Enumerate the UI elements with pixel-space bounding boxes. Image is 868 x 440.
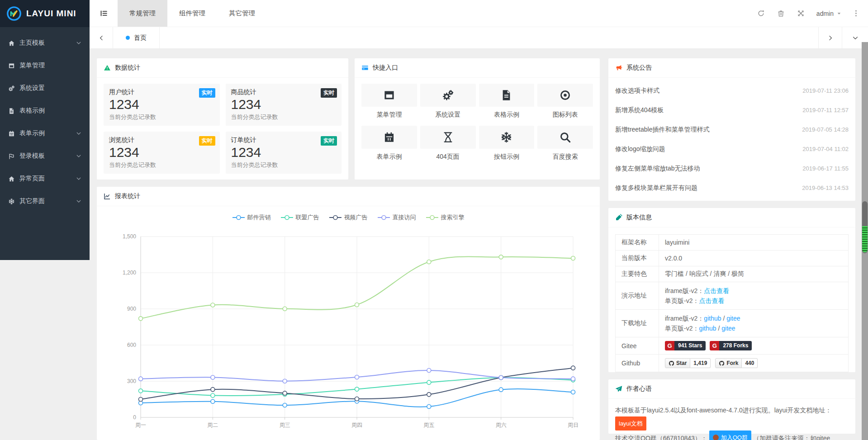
github-button-text: Star	[676, 360, 687, 366]
module-tab-常规管理[interactable]: 常规管理	[118, 0, 167, 27]
calendar-icon	[8, 130, 15, 137]
sidebar-item-异常页面[interactable]: 异常页面	[0, 167, 90, 190]
announcement-date: 2019-06-17 11:55	[802, 165, 849, 172]
flag-icon	[8, 153, 15, 160]
quick-entry-百度搜索[interactable]: 百度搜索	[537, 126, 593, 168]
link-prefix: iframe版-v2：	[665, 315, 704, 322]
data-point	[571, 377, 575, 381]
author-line1: 本模板基于layui2.5.4以及font-awesome-4.7.0进行实现。…	[615, 404, 849, 416]
quick-entry-系统设置[interactable]: 系统设置	[420, 84, 476, 126]
quick-entry-label: 系统设置	[420, 111, 476, 119]
announcement-item[interactable]: 修复多模块菜单栏展开有问题2019-06-13 14:53	[608, 178, 855, 198]
tab-scroll-left-button[interactable]	[90, 27, 113, 48]
tab-home[interactable]: 首页	[113, 27, 160, 48]
sidebar-item-主页模板[interactable]: 主页模板	[0, 32, 90, 54]
logo: LAYUI MINI	[0, 0, 90, 27]
quick-entry-label: 表单示例	[361, 153, 417, 161]
sidebar-item-表格示例[interactable]: 表格示例	[0, 99, 90, 122]
version-row-value: iframe版-v2：github / gitee单页版-v2：github /…	[659, 310, 849, 337]
announcements-title: 系统公告	[626, 64, 652, 72]
table-row: GithubStar1,419Fork440	[616, 355, 849, 372]
more-menu-button[interactable]	[847, 0, 864, 27]
legend-item-搜索引擎[interactable]: 搜索引擎	[426, 213, 465, 222]
module-tab-其它管理[interactable]: 其它管理	[217, 0, 267, 27]
quick-entry-icon-box	[479, 126, 535, 149]
legend-item-联盟广告[interactable]: 联盟广告	[281, 213, 319, 222]
link-gitee[interactable]: gitee	[721, 325, 735, 332]
table-row: 当前版本v2.0.0	[616, 251, 849, 266]
link-点击查看[interactable]: 点击查看	[699, 297, 724, 304]
svg-text:周五: 周五	[423, 422, 434, 428]
quick-entry-表单示例[interactable]: 表单示例	[361, 126, 417, 168]
clear-cache-button[interactable]	[771, 0, 791, 27]
gitee-badge[interactable]: G941 Stars	[665, 341, 706, 350]
link-点击查看[interactable]: 点击查看	[704, 287, 729, 294]
scrollbar-thumb[interactable]	[862, 201, 868, 253]
sidebar-item-菜单管理[interactable]: 菜单管理	[0, 54, 90, 77]
link-github[interactable]: github	[704, 315, 721, 322]
refresh-button[interactable]	[751, 0, 771, 27]
page-tabbar: 首页	[90, 27, 868, 49]
github-button-label: Star	[665, 358, 690, 368]
tab-scroll-right-button[interactable]	[818, 27, 842, 48]
sidebar-item-label: 表单示例	[19, 129, 76, 137]
data-point	[499, 255, 503, 259]
menu-collapse-button[interactable]	[90, 0, 118, 27]
github-fork-button[interactable]: Fork440	[715, 358, 758, 368]
quick-entry-菜单管理[interactable]: 菜单管理	[361, 84, 417, 126]
chevron-down-icon	[76, 199, 81, 204]
data-point	[139, 389, 143, 393]
user-dropdown[interactable]: admin	[811, 10, 847, 17]
version-row-label: 框架名称	[616, 235, 659, 251]
gitee-badge-text: 941 Stars	[674, 341, 706, 350]
module-tab-组件管理[interactable]: 组件管理	[167, 0, 217, 27]
quick-entry-label: 按钮示例	[479, 153, 535, 161]
layui-doc-badge[interactable]: layui文档	[615, 416, 646, 431]
link-gitee[interactable]: gitee	[726, 315, 740, 322]
svg-text:1,200: 1,200	[123, 270, 136, 276]
quick-entry-图标列表[interactable]: 图标列表	[537, 84, 593, 126]
sidebar-item-系统设置[interactable]: 系统设置	[0, 77, 90, 99]
announcement-item[interactable]: 新增treetable插件和菜单管理样式2019-07-05 14:28	[608, 120, 855, 139]
data-point	[427, 369, 431, 373]
announcement-item[interactable]: 新增系统404模板2019-07-11 12:57	[608, 100, 855, 120]
join-qq-badge[interactable]: 加入QQ群	[709, 431, 751, 440]
legend-marker	[426, 214, 438, 221]
announcement-item[interactable]: 修改logo缩放问题2019-07-04 11:02	[608, 139, 855, 159]
legend-item-邮件营销[interactable]: 邮件营销	[232, 213, 271, 222]
stats-card-title: 数据统计	[115, 64, 140, 72]
chevron-down-icon	[76, 153, 81, 159]
quick-entry-按钮示例[interactable]: 按钮示例	[479, 126, 535, 168]
version-row-label: 下载地址	[616, 310, 659, 337]
link-github[interactable]: github	[699, 325, 716, 332]
sidebar-item-表单示例[interactable]: 表单示例	[0, 122, 90, 145]
gitee-badge-text: 278 Forks	[719, 341, 752, 350]
quick-entry-icon-box	[420, 84, 476, 107]
gitee-icon: G	[710, 341, 719, 350]
announcement-text: 修复左侧菜单缩放tab无法移动	[615, 165, 700, 173]
stat-label: 用户统计	[109, 88, 214, 96]
gitee-badge[interactable]: G278 Forks	[710, 341, 752, 350]
fullscreen-button[interactable]	[791, 0, 811, 27]
quick-entry-label: 百度搜索	[537, 153, 593, 161]
tabbar-spacer	[160, 27, 818, 48]
page-scrollbar[interactable]	[862, 42, 868, 440]
gears-icon	[442, 89, 454, 101]
sidebar-menu: 主页模板菜单管理系统设置表格示例表单示例登录模板异常页面其它界面	[0, 27, 90, 260]
announcement-item[interactable]: 修复左侧菜单缩放tab无法移动2019-06-17 11:55	[608, 159, 855, 178]
quick-entry-404页面[interactable]: 404页面	[420, 126, 476, 168]
home-icon	[8, 40, 15, 47]
table-row: 主要特色零门槛 / 响应式 / 清爽 / 极简	[616, 266, 849, 282]
svg-text:0: 0	[133, 414, 136, 421]
main-area: 常规管理组件管理其它管理 admin 首页	[90, 0, 868, 49]
github-star-button[interactable]: Star1,419	[665, 358, 711, 368]
sidebar-item-label: 其它界面	[19, 197, 76, 205]
legend-item-直接访问[interactable]: 直接访问	[378, 213, 416, 222]
sidebar-item-其它界面[interactable]: 其它界面	[0, 190, 90, 213]
sidebar-item-登录模板[interactable]: 登录模板	[0, 145, 90, 167]
quick-entry-表格示例[interactable]: 表格示例	[479, 84, 535, 126]
link-prefix: iframe版-v2：	[665, 287, 704, 294]
legend-item-视频广告[interactable]: 视频广告	[329, 213, 368, 222]
data-point	[283, 403, 287, 407]
announcement-item[interactable]: 修改选项卡样式2019-07-11 23:06	[608, 81, 855, 100]
